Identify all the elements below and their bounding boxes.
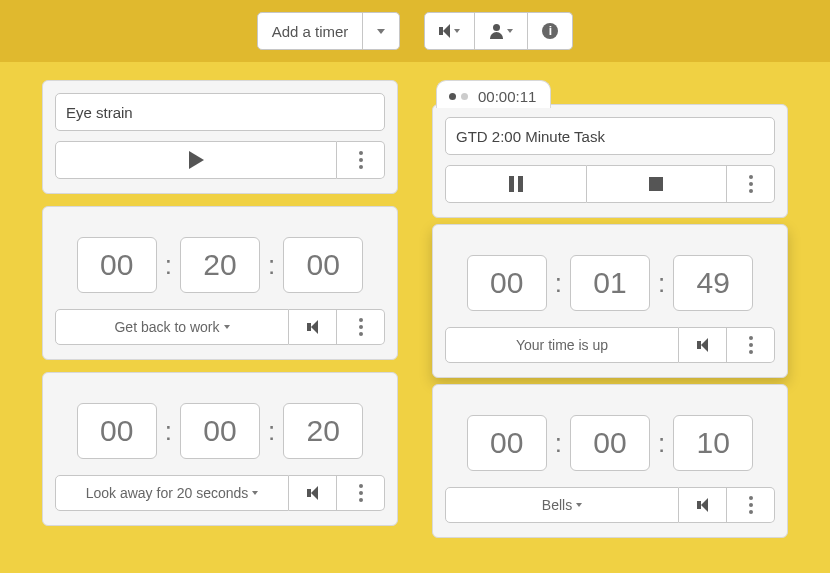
work-interval-section: 00 : 20 : 00 Get back to work xyxy=(42,206,398,360)
colon: : xyxy=(268,416,275,447)
time-row: 00 : 20 : 00 xyxy=(55,237,385,293)
interval-message-label: Your time is up xyxy=(516,337,608,353)
colon: : xyxy=(165,416,172,447)
timer-controls xyxy=(445,165,775,203)
interval-message-label: Get back to work xyxy=(114,319,219,335)
seconds-input[interactable]: 10 xyxy=(673,415,753,471)
time-row: 00 : 00 : 20 xyxy=(55,403,385,459)
active-interval-section: 00 : 01 : 49 Your time is up xyxy=(432,224,788,378)
kebab-icon xyxy=(749,175,753,193)
timer-controls xyxy=(55,141,385,179)
minutes-input[interactable]: 01 xyxy=(570,255,650,311)
topbar-icons-group: i xyxy=(424,12,573,50)
seconds-input[interactable]: 20 xyxy=(283,403,363,459)
interval-sound-button[interactable] xyxy=(679,487,727,523)
colon: : xyxy=(555,268,562,299)
hours-input[interactable]: 00 xyxy=(77,237,157,293)
timer-header-section xyxy=(432,104,788,218)
volume-icon xyxy=(307,320,318,334)
user-icon xyxy=(489,24,503,39)
rest-interval-section: 00 : 00 : 20 Look away for 20 seconds xyxy=(42,372,398,526)
minutes-input[interactable]: 00 xyxy=(180,403,260,459)
timer-header-section xyxy=(42,80,398,194)
volume-icon xyxy=(439,24,450,38)
minutes-input[interactable]: 00 xyxy=(570,415,650,471)
interval-message-label: Look away for 20 seconds xyxy=(86,485,249,501)
colon: : xyxy=(658,268,665,299)
running-elapsed: 00:00:11 xyxy=(478,88,536,105)
content: 00 : 20 : 00 Get back to work xyxy=(0,62,830,544)
interval-action-row: Your time is up xyxy=(445,327,775,363)
chevron-down-icon xyxy=(507,29,513,33)
kebab-icon xyxy=(359,484,363,502)
interval-menu-button[interactable] xyxy=(337,309,385,345)
kebab-icon xyxy=(359,151,363,169)
minutes-input[interactable]: 20 xyxy=(180,237,260,293)
info-icon: i xyxy=(542,23,558,39)
stop-button[interactable] xyxy=(587,165,728,203)
play-button[interactable] xyxy=(55,141,337,179)
pause-button[interactable] xyxy=(445,165,587,203)
timer-title-input[interactable] xyxy=(445,117,775,155)
interval-menu-button[interactable] xyxy=(337,475,385,511)
add-timer-button[interactable]: Add a timer xyxy=(257,12,364,50)
chevron-down-icon xyxy=(377,29,385,34)
timer-menu-button[interactable] xyxy=(727,165,775,203)
next-interval-section: 00 : 00 : 10 Bells xyxy=(432,384,788,538)
add-timer-group: Add a timer xyxy=(257,12,401,50)
interval-message-display[interactable]: Your time is up xyxy=(445,327,679,363)
interval-sound-button[interactable] xyxy=(289,309,337,345)
kebab-icon xyxy=(359,318,363,336)
interval-action-row: Look away for 20 seconds xyxy=(55,475,385,511)
pause-icon xyxy=(509,176,523,192)
time-row: 00 : 00 : 10 xyxy=(445,415,775,471)
kebab-icon xyxy=(749,336,753,354)
interval-message-dropdown[interactable]: Look away for 20 seconds xyxy=(55,475,289,511)
timer-card-left: 00 : 20 : 00 Get back to work xyxy=(42,80,398,532)
user-button[interactable] xyxy=(475,12,528,50)
add-timer-dropdown[interactable] xyxy=(363,12,400,50)
seconds-input[interactable]: 00 xyxy=(283,237,363,293)
interval-menu-button[interactable] xyxy=(727,327,775,363)
volume-icon xyxy=(697,338,708,352)
colon: : xyxy=(555,428,562,459)
interval-sound-button[interactable] xyxy=(289,475,337,511)
seconds-input[interactable]: 49 xyxy=(673,255,753,311)
chevron-down-icon xyxy=(252,491,258,495)
interval-message-dropdown[interactable]: Get back to work xyxy=(55,309,289,345)
kebab-icon xyxy=(749,496,753,514)
interval-action-row: Bells xyxy=(445,487,775,523)
interval-message-dropdown[interactable]: Bells xyxy=(445,487,679,523)
chevron-down-icon xyxy=(454,29,460,33)
hours-input[interactable]: 00 xyxy=(467,255,547,311)
volume-icon xyxy=(697,498,708,512)
colon: : xyxy=(268,250,275,281)
tab-dots xyxy=(449,93,468,100)
volume-button[interactable] xyxy=(424,12,475,50)
play-icon xyxy=(189,151,204,169)
dot xyxy=(461,93,468,100)
running-tab[interactable]: 00:00:11 xyxy=(436,80,551,108)
hours-input[interactable]: 00 xyxy=(467,415,547,471)
chevron-down-icon xyxy=(224,325,230,329)
stop-icon xyxy=(649,177,663,191)
colon: : xyxy=(165,250,172,281)
time-row: 00 : 01 : 49 xyxy=(445,255,775,311)
timer-title-input[interactable] xyxy=(55,93,385,131)
dot-active xyxy=(449,93,456,100)
hours-input[interactable]: 00 xyxy=(77,403,157,459)
interval-menu-button[interactable] xyxy=(727,487,775,523)
colon: : xyxy=(658,428,665,459)
interval-sound-button[interactable] xyxy=(679,327,727,363)
info-button[interactable]: i xyxy=(528,12,573,50)
topbar: Add a timer i xyxy=(0,0,830,62)
interval-action-row: Get back to work xyxy=(55,309,385,345)
timer-menu-button[interactable] xyxy=(337,141,385,179)
chevron-down-icon xyxy=(576,503,582,507)
interval-message-label: Bells xyxy=(542,497,572,513)
volume-icon xyxy=(307,486,318,500)
timer-card-right: 00:00:11 00 : 01 : 49 xyxy=(432,104,788,544)
